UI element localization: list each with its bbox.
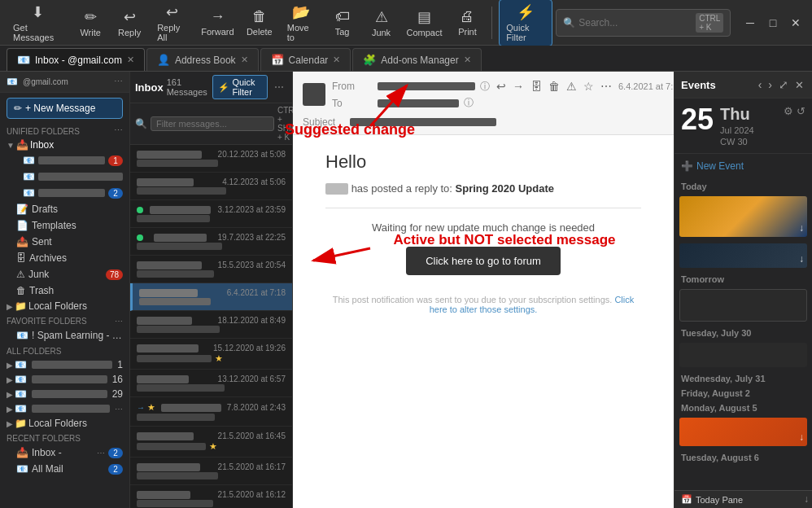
events-prev-btn[interactable]: ‹ — [757, 77, 764, 93]
search-bar[interactable]: 🔍 CTRL + K — [556, 9, 731, 37]
tomorrow-event-block[interactable]: ↓ — [679, 289, 807, 322]
sidebar-item-sent[interactable]: 📤 Sent — [0, 234, 129, 250]
subfolder-label-3 — [38, 189, 105, 197]
message-item-11[interactable]: 21.5.2020 at 16:45 ★ — [130, 427, 292, 458]
sidebar-item-templates[interactable]: 📄 Templates — [0, 217, 129, 234]
sidebar-item-archives[interactable]: 🗄 Archives — [0, 250, 129, 266]
sidebar-subitem-1[interactable]: 📧 1 — [0, 152, 129, 169]
events-next-btn[interactable]: › — [766, 77, 774, 93]
message-item-10[interactable]: → ★ 7.8.2020 at 2:43 — [130, 397, 292, 427]
email-more-btn[interactable]: ⋯ — [599, 78, 613, 94]
message-item-6[interactable]: 6.4.2021 at 7:18 — [130, 283, 292, 311]
tuesday2-section-label: Tuesday, August 6 — [674, 449, 812, 464]
sidebar-more-icon[interactable]: ⋯ — [114, 125, 129, 136]
message-item-7[interactable]: 18.12.2020 at 8:49 — [130, 311, 292, 339]
reply-all-button[interactable]: ↩ Reply All — [151, 0, 194, 46]
email-forward-btn[interactable]: → — [511, 78, 526, 94]
templates-icon: 📄 — [16, 220, 28, 231]
compact-button[interactable]: ▤ Compact — [403, 5, 447, 41]
message-item-9[interactable]: 13.12.2020 at 6:57 — [130, 370, 292, 397]
sidebar-item-spam[interactable]: 📧 ! Spam Learning - is Spam - — [0, 327, 129, 344]
tab-addons[interactable]: 🧩 Add-ons Manager ✕ — [352, 48, 481, 71]
sidebar-allfolder-4[interactable]: ▶ 📧 ⋯ — [0, 401, 129, 416]
write-button[interactable]: ✏ Write — [72, 5, 108, 41]
email-archive-btn[interactable]: 🗄 — [529, 78, 544, 94]
junk-button[interactable]: ⚠ Junk — [364, 5, 399, 41]
sidebar-item-trash[interactable]: 🗑 Trash — [0, 282, 129, 299]
quick-filter-toggle[interactable]: ⚡ Quick Filter — [212, 75, 268, 99]
account-icon: 📧 — [7, 77, 18, 87]
sidebar-item-inbox-collapsed[interactable]: ▼ 📥 Inbox — [0, 138, 129, 152]
quick-filter-button[interactable]: ⚡ Quick Filter — [499, 0, 552, 46]
tab-addons-label: Add-ons Manager — [381, 55, 458, 66]
email-delete-btn[interactable]: 🗑 — [547, 78, 561, 94]
forum-button[interactable]: Click here to go to forum — [406, 247, 561, 275]
msg-sender-5 — [137, 261, 202, 269]
events-expand-btn[interactable]: ⤢ — [777, 77, 790, 93]
message-item-8[interactable]: 15.12.2020 at 19:26 ★ — [130, 339, 292, 370]
get-messages-icon: ⬇ — [32, 3, 44, 21]
sidebar-allfolder-3[interactable]: ▶ 📧 29 — [0, 387, 129, 401]
monday-event-bar[interactable]: ↓ — [679, 418, 807, 446]
search-input[interactable] — [578, 17, 692, 28]
get-messages-button[interactable]: ⬇ Get Messages — [7, 0, 69, 46]
close-button[interactable]: ✕ — [786, 13, 805, 33]
minimize-button[interactable]: ─ — [740, 13, 760, 33]
delete-button[interactable]: 🗑 Delete — [242, 5, 277, 40]
msg-subject-9 — [137, 384, 225, 392]
message-item-1[interactable]: 20.12.2023 at 5:08 — [130, 145, 292, 173]
sidebar-subitem-3[interactable]: 📧 2 — [0, 185, 129, 201]
sidebar-allfolder-1[interactable]: ▶ 📧 1 — [0, 357, 129, 372]
msg-list-options-icon[interactable]: ⋯ — [271, 81, 287, 93]
calendar-refresh-btn[interactable]: ↺ — [797, 105, 805, 117]
today-event-block-2[interactable]: ↓ — [679, 243, 807, 268]
sidebar-item-junk[interactable]: ⚠ Junk 78 — [0, 266, 129, 282]
tab-address-book[interactable]: 👤 Address Book ✕ — [146, 48, 259, 71]
sidebar-allfolder-2[interactable]: ▶ 📧 16 — [0, 372, 129, 387]
reply-button[interactable]: ↩ Reply — [111, 5, 147, 41]
subfolder-badge-3: 2 — [108, 188, 123, 199]
message-item-2[interactable]: 4.12.2023 at 5:06 — [130, 173, 292, 200]
sidebar-recent-inbox[interactable]: 📥 Inbox - ⋯ 2 — [0, 444, 129, 461]
message-item-3[interactable]: 3.12.2023 at 23:59 — [130, 200, 292, 228]
tag-button[interactable]: 🏷 Tag — [325, 5, 360, 40]
email-star-btn[interactable]: ☆ — [582, 78, 596, 94]
tab-calendar[interactable]: 📅 Calendar ✕ — [260, 48, 351, 71]
email-reply-btn[interactable]: ↩ — [495, 78, 508, 94]
sidebar-recent-allmail[interactable]: 📧 All Mail 2 — [0, 461, 129, 477]
print-button[interactable]: 🖨 Print — [449, 5, 485, 40]
to-info-icon: ⓘ — [464, 96, 474, 110]
sidebar-item-drafts[interactable]: 📝 Drafts — [0, 201, 129, 217]
trash-label: Trash — [29, 285, 123, 296]
message-item-12[interactable]: 21.5.2020 at 16:17 — [130, 458, 292, 485]
tab-addons-close[interactable]: ✕ — [464, 55, 471, 65]
events-close-btn[interactable]: ✕ — [793, 77, 805, 93]
message-item-4[interactable]: 19.7.2023 at 22:25 — [130, 228, 292, 256]
recent-allmail-badge: 2 — [108, 464, 123, 475]
sidebar-local-folders-collapsed[interactable]: ▶ 📁 Local Folders — [0, 299, 129, 313]
favorite-more-icon[interactable]: ⋯ — [115, 317, 123, 326]
message-item-5[interactable]: 15.5.2023 at 20:54 — [130, 256, 292, 283]
forward-button[interactable]: → Forward — [197, 5, 238, 40]
message-item-13[interactable]: 21.5.2020 at 16:12 — [130, 485, 292, 508]
subject-value — [350, 118, 496, 126]
tab-calendar-close[interactable]: ✕ — [333, 55, 340, 65]
sidebar-subitem-2[interactable]: 📧 — [0, 169, 129, 185]
maximize-button[interactable]: □ — [763, 13, 783, 33]
tab-inbox-close[interactable]: ✕ — [127, 55, 134, 65]
move-to-button[interactable]: 📂 Move to — [281, 0, 321, 46]
new-message-button[interactable]: ✏ + New Message — [7, 98, 123, 119]
sidebar-all-local-folders[interactable]: ▶ 📁 Local Folders — [0, 416, 129, 431]
today-event-block[interactable]: ↓ — [679, 196, 807, 237]
inbox-folder-label: Inbox — [30, 139, 121, 151]
sidebar-options-icon[interactable]: ⋯ — [114, 77, 123, 87]
tab-inbox[interactable]: 📧 Inbox - @gmail.com ✕ — [7, 48, 145, 71]
email-spam-btn[interactable]: ⚠ — [565, 78, 578, 94]
thread-link[interactable]: Spring 2020 Update — [456, 182, 554, 195]
today-pane-button[interactable]: 📅 Today Pane — [674, 490, 812, 508]
tuesday-event-block[interactable] — [679, 343, 807, 367]
message-search-input[interactable] — [151, 116, 274, 131]
tab-address-book-close[interactable]: ✕ — [241, 55, 248, 65]
new-event-button[interactable]: ➕ New Event — [681, 159, 805, 173]
calendar-settings-btn[interactable]: ⚙ — [784, 105, 793, 117]
